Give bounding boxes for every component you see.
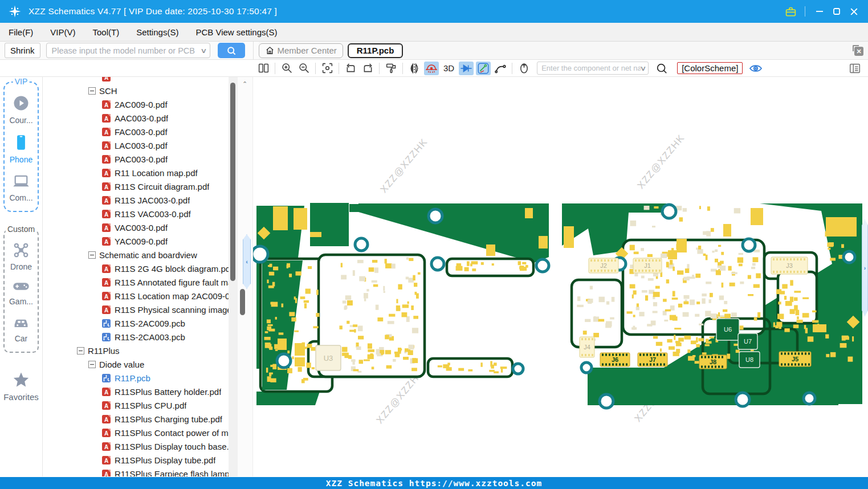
menu-settings[interactable]: Settings(S) [128, 23, 187, 41]
tree-group[interactable]: Diode value [43, 357, 229, 371]
component-search-input[interactable] [541, 64, 641, 72]
tree-item[interactable]: AR11S Location map 2AC009-0.p [43, 289, 229, 303]
tree-item[interactable]: AR11S JAC003-0.pdf [43, 193, 229, 207]
menu-vip[interactable]: VIP(V) [42, 23, 84, 41]
tree-item[interactable]: AVAC003-0.pdf [43, 221, 229, 234]
laptop-icon [12, 173, 30, 191]
pcb-board-view[interactable]: XZZ@XZZHKXZZ@XZZHKXZZ@XZZHKXZZ@XZZHKJ2J1… [253, 77, 868, 476]
tree-item[interactable]: AR11SPlus Earpiece flash lamp h [43, 467, 229, 476]
minimize-button[interactable] [811, 3, 828, 20]
close-button[interactable] [845, 3, 862, 20]
tree-group[interactable]: SCH [43, 84, 229, 97]
paint-roller-icon[interactable] [384, 62, 398, 75]
svg-text:A: A [104, 444, 108, 450]
scroll-up-icon[interactable]: ⌃ [242, 80, 247, 88]
tree-item[interactable]: AAAC003-0.pdf [43, 111, 229, 125]
tree-item[interactable]: AR11SPlus CPU.pdf [43, 398, 229, 412]
search-button[interactable] [218, 43, 245, 58]
tree-item[interactable]: R11S-2CA003.pcb [43, 330, 229, 344]
component-search-box[interactable]: ∨ [537, 62, 649, 75]
rail-item-car[interactable]: Car [1, 315, 41, 343]
pcb-canvas[interactable]: XZZ@XZZHKXZZ@XZZHKXZZ@XZZHKXZZ@XZZHKJ2J1… [252, 77, 868, 476]
close-all-tabs-icon[interactable]: ✕ [853, 45, 863, 56]
collapse-handle[interactable]: ‹ [243, 234, 251, 289]
tree-group[interactable]: R11Plus [43, 344, 229, 357]
rail-item-courses[interactable]: Cour... [1, 95, 41, 125]
eye-icon[interactable] [748, 62, 763, 75]
right-collapse-handle[interactable]: › [862, 219, 868, 316]
diode-icon[interactable] [459, 62, 474, 75]
fit-view-icon[interactable] [320, 62, 335, 75]
zoom-in-icon[interactable] [279, 62, 294, 75]
curve-probe-icon[interactable] [493, 62, 508, 75]
expander-icon[interactable] [77, 347, 84, 354]
tree-item[interactable]: AR11S Physical scanning image.p [43, 303, 229, 316]
tree-item[interactable]: APAC003-0.pdf [43, 152, 229, 166]
tree-item[interactable]: A [43, 77, 229, 84]
maximize-button[interactable] [828, 3, 845, 20]
rail-item-game[interactable]: Gam... [1, 280, 41, 306]
tree-item[interactable]: AR11SPlus Charging tube.pdf [43, 412, 229, 426]
tree-item[interactable]: AR11S Circuit diagram.pdf [43, 180, 229, 193]
tree-group[interactable]: Schematic and boardview [43, 248, 229, 262]
expander-icon[interactable] [88, 87, 96, 95]
tree-item[interactable]: AR11 Location map.pdf [43, 166, 229, 180]
tree-item-label: R11S JAC003-0.pdf [115, 195, 190, 205]
colorscheme-button[interactable]: [ColorScheme] [677, 62, 743, 74]
tree-scrollbar-thumb[interactable] [230, 83, 235, 281]
tab-r11p-pcb[interactable]: R11P.pcb [348, 43, 404, 58]
menu-file[interactable]: File(F) [0, 23, 42, 41]
measure-inspect-icon[interactable] [476, 62, 491, 75]
tree-item[interactable]: R11S-2AC009.pcb [43, 316, 229, 330]
tree-item[interactable]: AR11S VAC003-0.pdf [43, 207, 229, 221]
rotate-left-icon[interactable] [343, 62, 358, 75]
model-search-input[interactable] [52, 46, 201, 55]
expander-icon[interactable] [88, 361, 96, 368]
chevron-down-icon[interactable]: ∨ [640, 64, 647, 72]
pdf-icon: A [101, 127, 111, 137]
pdf-icon: A [101, 469, 111, 477]
tree-item[interactable]: AR11SPlus Battery holder.pdf [43, 385, 229, 398]
tree-item[interactable]: AR11SPlus Display tube.pdf [43, 453, 229, 467]
tree-item[interactable]: AR11SPlus Contact power of mai [43, 426, 229, 439]
board-chip-label: U8 [745, 356, 753, 363]
model-search-box[interactable]: ∨ [46, 43, 210, 58]
chevron-down-icon[interactable]: ∨ [200, 47, 207, 55]
panel-splitter[interactable]: ⌃ ‹ [238, 77, 252, 476]
side-panel-toggle-icon[interactable] [847, 62, 862, 75]
rail-item-computer[interactable]: Com... [1, 173, 41, 202]
threed-toggle[interactable]: 3D [441, 63, 457, 73]
shrink-button[interactable]: Shrink [5, 43, 40, 58]
tree-item-label: R11SPlus CPU.pdf [115, 401, 186, 410]
mirror-flip-icon[interactable] [407, 62, 422, 75]
tree-item[interactable]: AR11S Annotated figure fault ma [43, 275, 229, 289]
mouse-icon[interactable] [516, 62, 531, 75]
tree-item[interactable]: ALAC003-0.pdf [43, 138, 229, 152]
rail-item-phone[interactable]: Phone [1, 134, 41, 164]
tree-item[interactable]: AFAC003-0.pdf [43, 125, 229, 138]
tree-item[interactable]: AR11S 2G 4G block diagram.pdf [43, 262, 229, 275]
lamp-highlight-icon[interactable] [424, 62, 439, 75]
tab-member-center[interactable]: Member Center [259, 43, 343, 58]
zoom-out-icon[interactable] [296, 62, 311, 75]
board-chip-label: U7 [744, 338, 752, 345]
tree-scrollbar[interactable] [229, 77, 238, 476]
splitter-grip[interactable] [240, 289, 245, 315]
tree-item[interactable]: AR11SPlus Display touch base.pd [43, 439, 229, 453]
rotate-right-icon[interactable] [360, 62, 375, 75]
tree-item[interactable]: A2AC009-0.pdf [43, 97, 229, 111]
tree-item-label: R11P.pcb [115, 373, 150, 383]
svg-text:A: A [104, 307, 108, 313]
component-search-icon[interactable] [654, 62, 669, 75]
expander-icon[interactable] [88, 251, 96, 259]
status-text: XZZ Schematics https://www.xzztools.com [326, 479, 542, 488]
tree-item[interactable]: AYAC009-0.pdf [43, 234, 229, 248]
split-view-icon[interactable] [256, 62, 271, 75]
tree-item[interactable]: R11P.pcb [43, 371, 229, 385]
menu-pcb-view-settings[interactable]: PCB View settings(S) [187, 23, 286, 41]
rail-item-favorites[interactable]: Favorites [1, 371, 41, 402]
board-watermark: XZZ@XZZHK [635, 132, 687, 191]
rail-item-drone[interactable]: Drone [1, 242, 41, 271]
menu-tool[interactable]: Tool(T) [84, 23, 128, 41]
vip-briefcase-icon[interactable] [782, 3, 799, 20]
